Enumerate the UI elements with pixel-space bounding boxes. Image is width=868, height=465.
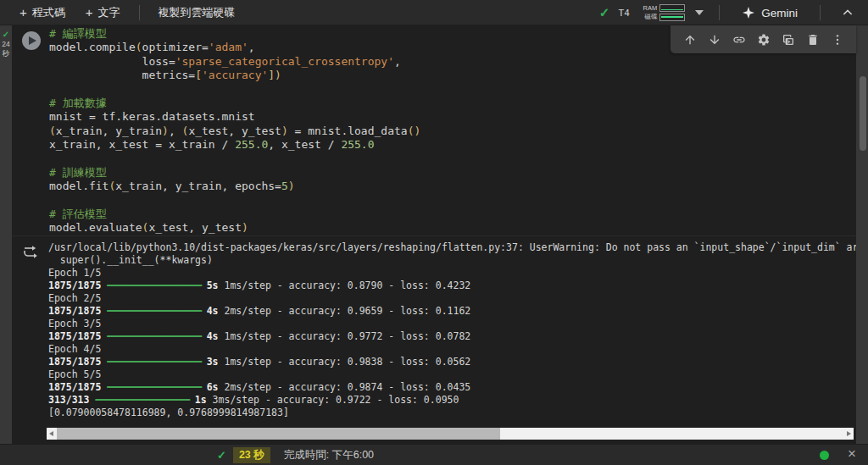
close-statusbar-button[interactable]: ×	[844, 446, 860, 462]
toolbar-left-group: + 程式碼 + 文字 複製到雲端硬碟	[0, 2, 244, 24]
output-line: 1875/1875 ━━━━━━━━━━━━━━━━━━━━ 3s 1ms/st…	[48, 356, 856, 368]
copy-to-drive-label: 複製到雲端硬碟	[159, 5, 236, 20]
ram-label: RAM	[638, 4, 657, 12]
colab-window: + 程式碼 + 文字 複製到雲端硬碟 ✓ T4 RAM 磁碟	[0, 0, 868, 465]
notebook-body: ✓ 24 秒 # 編譯模型model.compile(optimizer='ad…	[0, 25, 868, 444]
add-text-button[interactable]: + 文字	[77, 2, 129, 24]
code-line: model.fit(x_train, y_train, epochs=5)	[49, 180, 856, 193]
execution-statusbar: ✓ 23 秒 完成時間: 下午6:00 ×	[0, 444, 868, 465]
output-line: Epoch 1/5	[48, 267, 856, 280]
cell-settings-button[interactable]	[751, 28, 776, 52]
toolbar-divider	[719, 5, 720, 20]
output-line: Epoch 2/5	[48, 292, 856, 305]
code-line: # 評估模型	[49, 208, 856, 221]
toolbar-right-group: ✓ T4 RAM 磁碟 Gemini	[599, 0, 868, 25]
code-line: # 訓練模型	[49, 166, 856, 180]
move-cell-down-button[interactable]	[702, 28, 726, 52]
output-line: [0.07900058478116989, 0.9768999814987183…	[48, 407, 856, 419]
disk-label: 磁碟	[638, 13, 657, 21]
gear-icon	[757, 33, 771, 47]
gemini-star-icon	[742, 6, 755, 19]
play-icon	[29, 36, 36, 45]
execution-duration-badge: 23 秒	[233, 447, 270, 463]
more-cell-actions-button[interactable]	[825, 28, 849, 52]
code-lines: # 編譯模型model.compile(optimizer='adam', lo…	[49, 27, 856, 235]
code-line: model.evaluate(x_test, y_test)	[49, 221, 856, 235]
add-code-label: 程式碼	[32, 5, 65, 20]
cell-execution-info: ✓ 24 秒	[0, 30, 12, 58]
notebook-toolbar: + 程式碼 + 文字 複製到雲端硬碟 ✓ T4 RAM 磁碟	[0, 0, 868, 25]
link-icon	[732, 33, 746, 47]
chevron-up-icon	[841, 6, 854, 19]
copy-cell-link-button[interactable]	[726, 28, 751, 52]
cell-toolbar	[670, 25, 856, 53]
resource-monitor[interactable]: RAM 磁碟	[638, 4, 685, 21]
collapse-toolbar-button[interactable]	[836, 4, 860, 21]
toolbar-divider	[820, 5, 821, 20]
output-line: 1875/1875 ━━━━━━━━━━━━━━━━━━━━ 6s 2ms/st…	[48, 381, 856, 394]
trash-icon	[806, 33, 820, 47]
output-line: 313/313 ━━━━━━━━━━━━━━━━━━━━ 1s 3ms/step…	[48, 394, 856, 407]
code-line	[49, 83, 856, 97]
disk-sparkline	[659, 14, 685, 21]
page-vertical-scrollbar-thumb[interactable]	[860, 76, 866, 151]
plus-icon: +	[86, 5, 93, 19]
completion-time-label: 完成時間: 下午6:00	[284, 448, 374, 462]
execution-success-icon: ✓	[3, 30, 9, 39]
mirror-cell-icon	[782, 33, 795, 47]
connection-check-icon: ✓	[599, 5, 610, 20]
code-line: metrics=['accuracy'])	[49, 69, 856, 82]
arrow-up-icon	[683, 33, 697, 47]
output-line: Epoch 5/5	[48, 368, 856, 381]
code-cell: # 編譯模型model.compile(optimizer='adam', lo…	[12, 25, 856, 444]
output-horizontal-scrollbar[interactable]	[47, 428, 854, 440]
code-line: (x_train, y_train), (x_test, y_test) = m…	[49, 125, 856, 138]
scroll-left-arrow[interactable]	[47, 428, 57, 440]
ram-sparkline	[659, 4, 685, 12]
scrollbar-thumb[interactable]	[57, 428, 500, 440]
code-line	[49, 194, 856, 208]
output-line: Epoch 3/5	[48, 318, 856, 330]
execution-time-unit: 秒	[3, 49, 10, 58]
mirror-cell-button[interactable]	[776, 28, 800, 52]
copy-to-drive-button[interactable]: 複製到雲端硬碟	[150, 2, 244, 24]
code-line: # 加載數據	[49, 97, 856, 110]
add-text-label: 文字	[98, 5, 120, 20]
scroll-right-arrow[interactable]	[843, 428, 854, 440]
output-lines: /usr/local/lib/python3.10/dist-packages/…	[48, 241, 856, 419]
code-line: x_train, x_test = x_train / 255.0, x_tes…	[49, 138, 856, 152]
arrow-down-icon	[708, 33, 721, 47]
code-line: mnist = tf.keras.datasets.mnist	[49, 110, 856, 124]
accelerator-label: T4	[618, 8, 630, 18]
run-cell-button[interactable]	[22, 31, 41, 50]
output-line: 1875/1875 ━━━━━━━━━━━━━━━━━━━━ 5s 1ms/st…	[48, 280, 856, 292]
gemini-label: Gemini	[761, 7, 798, 19]
kernel-status-dot	[820, 451, 829, 460]
plus-icon: +	[19, 5, 27, 19]
add-code-button[interactable]: + 程式碼	[11, 2, 74, 24]
output-line: super().__init__(**kwargs)	[48, 254, 856, 267]
output-line: 1875/1875 ━━━━━━━━━━━━━━━━━━━━ 4s 1ms/st…	[48, 330, 856, 343]
output-line: Epoch 4/5	[48, 343, 856, 356]
move-cell-up-button[interactable]	[677, 28, 702, 52]
output-actions-button[interactable]	[22, 243, 39, 260]
output-icon	[22, 243, 39, 260]
delete-cell-button[interactable]	[800, 28, 825, 52]
output-line: 1875/1875 ━━━━━━━━━━━━━━━━━━━━ 4s 2ms/st…	[48, 305, 856, 318]
execution-time-value: 24	[2, 40, 9, 48]
output-line: /usr/local/lib/python3.10/dist-packages/…	[48, 241, 856, 254]
code-editor[interactable]: # 編譯模型model.compile(optimizer='adam', lo…	[12, 25, 856, 235]
cell-output: /usr/local/lib/python3.10/dist-packages/…	[12, 235, 856, 444]
status-check-icon: ✓	[217, 449, 226, 462]
gemini-button[interactable]: Gemini	[735, 3, 804, 22]
toolbar-divider	[139, 5, 140, 20]
resources-dropdown-icon[interactable]	[695, 10, 704, 15]
code-line: loss='sparse_categorical_crossentropy',	[49, 55, 856, 69]
kebab-menu-icon	[831, 33, 844, 47]
code-line	[49, 152, 856, 166]
